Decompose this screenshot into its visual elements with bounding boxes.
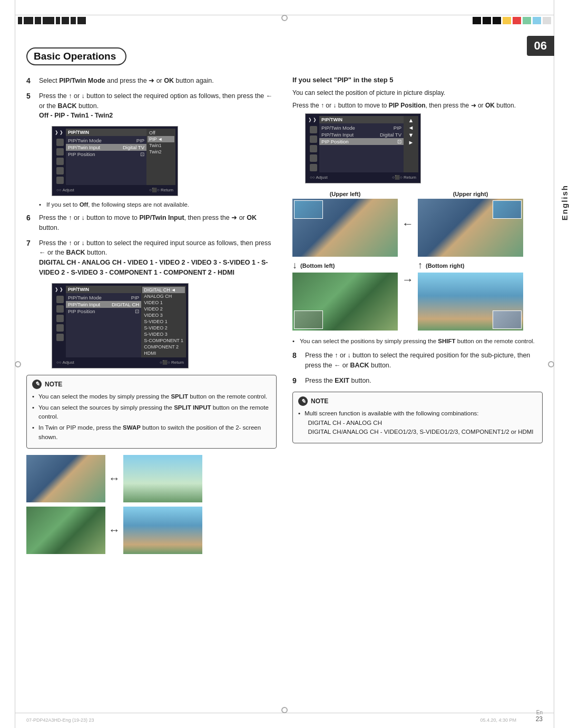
pip-menu-icon-3 [310, 145, 317, 152]
menu-bottom-2: ○○ Adjust ○⬛○ Return [54, 359, 186, 366]
step-7: 7 Press the ↑ or ↓ button to select the … [26, 238, 277, 278]
menu-adjust-1: ○○ Adjust [56, 188, 74, 192]
menu-icon-2-3 [56, 315, 64, 322]
pip-para-2: Press the ↑ or ↓ button to move to PIP P… [292, 101, 543, 110]
step-9-number: 9 [292, 376, 301, 385]
pip-return: ○⬛○ Return [392, 175, 416, 180]
section-title-box: Basic Operations [26, 47, 126, 65]
pip-para-1: You can select the position of picture i… [292, 88, 543, 98]
bottom-right-label: (Bottom right) [426, 263, 464, 269]
bar6 [62, 17, 69, 24]
pip-menu-icon-2 [310, 135, 317, 143]
option-twin2: Twin2 [148, 149, 174, 155]
pip-top-row: (Upper left) ← (Upper right) [292, 191, 543, 257]
upper-right-label: (Upper right) [418, 191, 523, 197]
bar3 [35, 17, 41, 24]
note-1-icon: ✎ [32, 380, 42, 389]
pip-bottom-section: ↓ (Bottom left) → ↑ (Bottom right) [292, 260, 543, 331]
right-center-target [548, 361, 554, 367]
file-info-left: 07-PDP42A3HD-Eng (19-23) 23 [26, 717, 94, 723]
menu-logo-icon: 》》 [55, 130, 65, 137]
menu-icon-2-4 [56, 324, 64, 332]
option-svideo2: S-VIDEO 2 [142, 325, 185, 331]
menu-row-position: PIP Position⊡ [66, 151, 146, 158]
option-analog-ch: ANALOG CH [142, 293, 185, 299]
option-video1: VIDEO 1 [142, 299, 185, 306]
step-8-text: Press the ↑ or ↓ button to select the re… [305, 351, 543, 371]
page-en: En [536, 710, 543, 715]
screen-sky-1 [123, 455, 202, 502]
right-column: If you select "PIP" in the step 5 You ca… [292, 76, 543, 558]
pip-menu-logo: 》》 [309, 117, 318, 124]
top-center-target [281, 15, 288, 21]
pip-arrow-right: ◄ [405, 124, 417, 131]
ul-inset [294, 200, 323, 219]
option-pip: PIP ◄ [148, 136, 174, 142]
screen-thumb-1b [123, 455, 202, 502]
upper-right-screen [418, 199, 523, 257]
pip-positions-grid: (Upper left) ← (Upper right) [292, 191, 543, 331]
step-6-number: 6 [26, 213, 35, 222]
ur-inset [493, 200, 522, 219]
menu-row-position-2: PIP Position⊡ [66, 308, 141, 315]
note-1-header: ✎ NOTE [32, 380, 271, 389]
menu-return-2: ○⬛○ Return [160, 360, 184, 365]
bottom-arrow-right: → [402, 273, 414, 287]
twin-screens-row-2: ↔ [26, 507, 277, 554]
menu-screenshot-1: 》》 PIP/TWIN PIP/Twin ModePIP PIP/Twin In… [39, 126, 277, 196]
pip-twin-menu-1: 》》 PIP/TWIN PIP/Twin ModePIP PIP/Twin In… [52, 126, 178, 196]
option-svideo1: S-VIDEO 1 [142, 318, 185, 325]
bar8 [77, 17, 86, 24]
step-4-number: 4 [26, 76, 35, 85]
bl-inset [294, 310, 323, 329]
shift-note: You can select the positions by simply p… [292, 337, 543, 345]
bar-blue [533, 17, 541, 24]
menu-icon-3 [56, 158, 64, 165]
option-svideo3: S-VIDEO 3 [142, 331, 185, 337]
upper-arrow-right: ← [402, 217, 414, 231]
upper-left-screen [292, 199, 398, 257]
menu-title-2: PIP/TWIN [66, 286, 141, 293]
step-8: 8 Press the ↑ or ↓ button to select the … [292, 351, 543, 371]
menu-screenshot-2: 》》 PIP/TWIN PIP/Twin ModePIP PIP/Twin In… [39, 283, 277, 368]
step-8-number: 8 [292, 351, 301, 360]
option-video3: VIDEO 3 [142, 312, 185, 318]
upper-left-label: (Upper left) [292, 191, 398, 197]
menu-sidebar-2: 》》 [54, 286, 66, 357]
screen-thumb-2b [123, 507, 202, 554]
menu-return-1: ○⬛○ Return [149, 188, 173, 192]
top-right-decoration [469, 15, 554, 26]
menu-logo-2: 》》 [55, 287, 65, 294]
menu-icon-2-2 [56, 305, 64, 313]
bar-red [513, 17, 521, 24]
two-column-layout: 4 Select PIP/Twin Mode and press the ➜ o… [26, 76, 543, 558]
menu-sidebar-1: 》》 [54, 129, 66, 185]
menu-main-1: PIP/TWIN PIP/Twin ModePIP PIP/Twin Input… [66, 129, 146, 185]
bar4 [43, 17, 54, 24]
step-6-text: Press the ↑ or ↓ button to move to PIP/T… [39, 213, 277, 233]
sidebar-language-label: English [560, 185, 569, 220]
main-content: Basic Operations 4 Select PIP/Twin Mode … [26, 47, 543, 702]
option-off: Off [148, 130, 174, 136]
menu-1-content: 》》 PIP/TWIN PIP/Twin ModePIP PIP/Twin In… [54, 129, 175, 185]
twin-arrow-1: ↔ [109, 472, 120, 486]
bar2 [24, 17, 33, 24]
off-note: If you set to Off, the following steps a… [39, 200, 277, 209]
screen-thumb-1a [26, 455, 105, 502]
step-7-text: Press the ↑ or ↓ button to select the re… [39, 238, 277, 278]
menu-icon-4 [56, 167, 64, 174]
step-5-number: 5 [26, 92, 35, 100]
menu-icon-2 [56, 148, 64, 156]
menu-row-input: PIP/Twin InputDigital TV [66, 144, 146, 151]
menu-icon-5 [56, 177, 64, 184]
bar-dark1 [473, 17, 481, 24]
menu-options-1: Off PIP ◄ Twin1 Twin2 [146, 129, 175, 185]
bottom-right-group: ↑ (Bottom right) [418, 260, 523, 331]
bar5 [56, 17, 60, 24]
pip-menu-icon-4 [310, 154, 317, 162]
step-9-text: Press the EXIT button. [305, 376, 543, 386]
pip-menu-row-input: PIP/Twin InputDigital TV [319, 131, 404, 138]
step-4-text: Select PIP/Twin Mode and press the ➜ or … [39, 76, 277, 86]
bottom-left-screen [292, 273, 398, 331]
bottom-right-screen [418, 273, 523, 331]
